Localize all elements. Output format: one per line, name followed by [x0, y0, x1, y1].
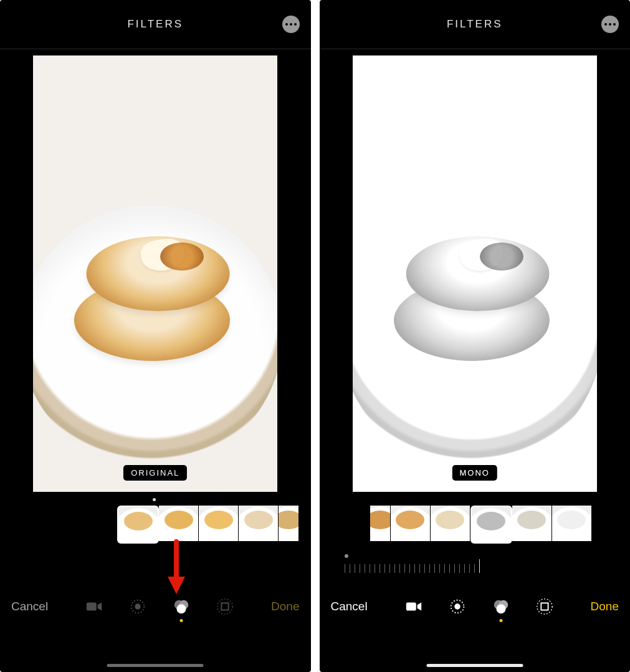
filter-thumb-vivid-warm[interactable]	[199, 506, 239, 541]
slider-tick	[384, 564, 385, 573]
header-title: FILTERS	[127, 18, 183, 31]
svg-point-8	[217, 599, 232, 614]
slider-tick	[350, 564, 350, 573]
svg-rect-9	[221, 603, 228, 610]
slider-tick	[424, 564, 425, 573]
red-arrow-annotation	[166, 539, 187, 595]
slider-tick	[370, 564, 370, 573]
arrow-annotation-area	[0, 550, 311, 582]
filter-thumb-vivid-cool[interactable]	[239, 506, 279, 541]
filter-name-badge: ORIGINAL	[123, 465, 187, 481]
header: FILTERS	[320, 0, 631, 49]
slider-tick	[434, 564, 435, 573]
photo-canvas[interactable]: MONO	[320, 49, 631, 498]
slider-tick	[444, 564, 445, 573]
slider-tick	[459, 564, 460, 573]
filter-name-badge: MONO	[452, 465, 497, 481]
slider-tick	[375, 564, 375, 573]
home-indicator[interactable]	[107, 664, 204, 667]
done-button[interactable]: Done	[591, 600, 619, 613]
slider-tick	[414, 564, 415, 573]
intensity-slider[interactable]	[320, 550, 631, 582]
slider-tick	[399, 564, 400, 573]
slider-tick	[464, 564, 465, 573]
more-options-button[interactable]	[601, 16, 619, 33]
slider-tick	[389, 564, 390, 573]
slider-tick	[439, 564, 440, 573]
slider-tick	[355, 564, 355, 573]
adjust-icon[interactable]	[127, 596, 148, 617]
photo-mono: MONO	[353, 55, 597, 492]
cancel-button[interactable]: Cancel	[331, 600, 368, 613]
slider-tick	[379, 564, 380, 573]
more-options-button[interactable]	[282, 16, 300, 33]
slider-tick	[360, 564, 360, 573]
slider-tick	[449, 564, 450, 573]
header: FILTERS	[0, 0, 311, 49]
home-indicator[interactable]	[426, 664, 523, 667]
crop-icon[interactable]	[534, 596, 555, 617]
video-icon[interactable]	[84, 596, 105, 617]
slider-tick	[394, 564, 395, 573]
slider-tick	[479, 559, 480, 573]
svg-rect-2	[87, 602, 97, 610]
filter-thumb-dramatic[interactable]	[279, 506, 299, 541]
photo-canvas[interactable]: ORIGINAL	[0, 49, 311, 498]
filter-thumb-dramatic-cool[interactable]	[431, 506, 470, 541]
svg-point-12	[454, 603, 460, 609]
filter-thumb-silvertone[interactable]	[512, 506, 552, 541]
svg-rect-17	[541, 603, 548, 610]
filters-icon[interactable]	[171, 596, 192, 617]
active-tool-indicator	[180, 619, 183, 622]
done-button[interactable]: Done	[271, 600, 299, 613]
filter-thumbnails[interactable]	[0, 498, 311, 550]
svg-point-4	[135, 603, 140, 609]
slider-tick	[429, 564, 430, 573]
video-icon[interactable]	[403, 596, 424, 617]
svg-point-16	[537, 599, 551, 614]
filter-thumb-original[interactable]	[117, 506, 159, 544]
filter-thumb-vivid[interactable]	[159, 506, 199, 541]
phone-right: FILTERS MONO Cancel	[320, 0, 631, 672]
crop-icon[interactable]	[214, 596, 236, 617]
filter-thumb-noir[interactable]	[552, 506, 592, 541]
adjust-icon[interactable]	[447, 596, 468, 617]
slider-tick	[345, 564, 345, 573]
selection-indicator-dot	[153, 498, 156, 501]
active-tool-indicator	[499, 619, 502, 622]
svg-point-15	[496, 604, 505, 613]
svg-point-7	[177, 604, 186, 613]
slider-tick	[419, 564, 420, 573]
svg-rect-10	[406, 602, 416, 610]
phone-left: FILTERS ORIGINAL	[0, 0, 311, 672]
slider-tick	[365, 564, 365, 573]
photo-original: ORIGINAL	[33, 55, 277, 492]
header-title: FILTERS	[447, 18, 503, 31]
filter-thumbnails[interactable]	[320, 498, 631, 550]
filters-icon[interactable]	[490, 596, 512, 617]
bottom-toolbar: Cancel Done	[320, 582, 631, 631]
filter-thumb-dramatic-warm[interactable]	[391, 506, 431, 541]
slider-tick	[469, 564, 470, 573]
slider-tick	[404, 564, 405, 573]
slider-tick	[409, 564, 410, 573]
svg-marker-1	[168, 577, 185, 594]
filter-thumb-dramatic[interactable]	[370, 506, 391, 541]
filter-thumb-mono[interactable]	[470, 506, 512, 544]
slider-tick	[474, 564, 475, 573]
slider-tick	[454, 564, 455, 573]
slider-start-dot	[345, 554, 348, 558]
cancel-button[interactable]: Cancel	[11, 600, 48, 613]
bottom-toolbar: Cancel Done	[0, 582, 311, 631]
